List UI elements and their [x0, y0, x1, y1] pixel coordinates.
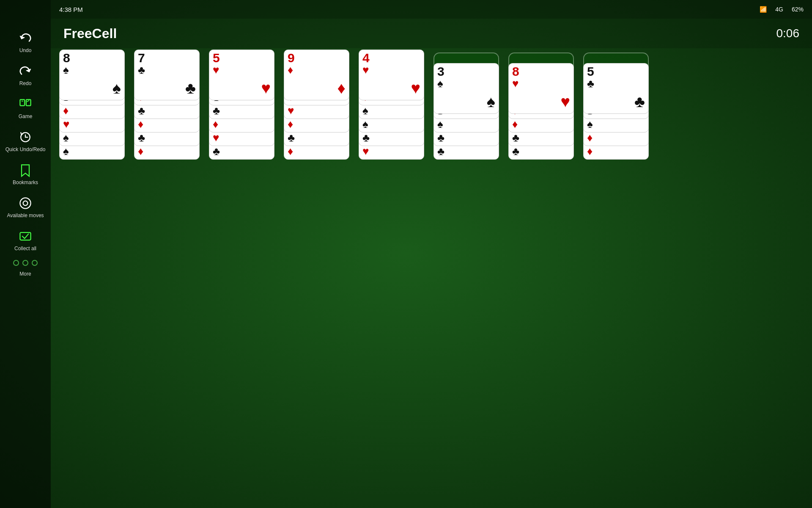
available-moves-button[interactable]: Available moves: [0, 190, 51, 224]
status-right: 📶 4G 62%: [760, 6, 804, 13]
quick-undo-redo-button[interactable]: Quick Undo/Redo: [0, 124, 51, 157]
main-area: 4:38 PM 📶 4G 62% FreeCell 0:06 A A A A: [51, 0, 812, 508]
dots-indicator: [13, 260, 38, 266]
table-row[interactable]: 8♥♥: [508, 63, 574, 114]
sidebar: Undo Redo Game Quick Undo/Redo Bookmarks: [0, 0, 51, 508]
redo-button[interactable]: Redo: [0, 58, 51, 91]
svg-rect-0: [20, 99, 25, 105]
bookmarks-button[interactable]: Bookmarks: [0, 157, 51, 190]
signal-icon: 4G: [775, 6, 783, 13]
table-row[interactable]: 4♥♥: [359, 50, 424, 100]
table-row[interactable]: 7♣♣: [134, 50, 200, 100]
status-time: 4:38 PM: [59, 6, 760, 13]
bluetooth-icon: 📶: [760, 6, 767, 13]
game-title: FreeCell: [63, 26, 776, 41]
table-row[interactable]: 5♥♥: [209, 50, 274, 100]
game-button[interactable]: Game: [0, 91, 51, 124]
tableau: K♠ 5♠ 3♥ A♦ 6♠ J♥ 8♠♠ 4♦ 3♣ J♦ 10♣ 3♦ 7♦…: [59, 131, 804, 504]
table-row[interactable]: 5♣♣: [583, 63, 649, 114]
table-row[interactable]: 9♦♦: [284, 50, 349, 100]
svg-rect-5: [20, 232, 30, 240]
table-row[interactable]: 3♠♠: [433, 63, 499, 114]
svg-point-4: [23, 201, 28, 206]
battery-icon: 62%: [792, 6, 804, 13]
card-area: A A A A K♠ 5♠ 3♥ A♦ 6♠ J♥ 8♠♠ 4♦ 3♣ J♦ 1…: [51, 48, 812, 508]
status-bar: 4:38 PM 📶 4G 62%: [51, 0, 812, 19]
header: FreeCell 0:06: [51, 19, 812, 48]
more-button[interactable]: More: [0, 266, 51, 282]
undo-button[interactable]: Undo: [0, 25, 51, 58]
table-row[interactable]: 8♠♠: [59, 50, 125, 100]
game-timer: 0:06: [776, 27, 800, 40]
collect-all-button[interactable]: Collect all: [0, 224, 51, 257]
svg-point-3: [20, 198, 30, 208]
